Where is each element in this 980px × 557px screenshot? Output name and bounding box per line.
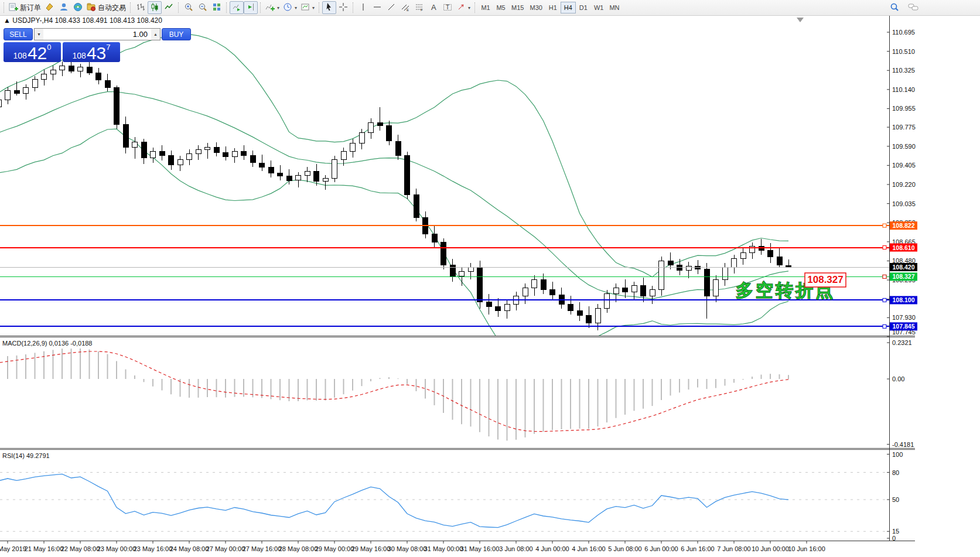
time-tick-label: 21 May 2019	[0, 545, 26, 552]
macd-tick-label: -0.4181	[892, 441, 914, 448]
rsi-tick-label: 15	[892, 528, 899, 535]
chart-shift-button[interactable]	[244, 1, 258, 14]
search-button[interactable]	[887, 1, 902, 14]
time-tick-label: 22 May 08:00	[61, 545, 100, 552]
time-tick-label: 29 May 16:00	[351, 545, 391, 552]
clock-icon	[283, 2, 292, 13]
price-tick-label: 109.035	[892, 200, 916, 207]
rsi-tick-label: 80	[892, 469, 899, 476]
auto-trading-label: 自动交易	[98, 3, 126, 13]
price-badge-label: 108.327	[893, 273, 915, 280]
arrows-button[interactable]: ▾	[455, 1, 472, 14]
time-tick-label: 23 May 16:00	[134, 545, 173, 552]
buy-price-box[interactable]: 108 43 7	[63, 42, 120, 62]
indicators-button[interactable]: ▾	[264, 1, 281, 14]
fibonacci-button[interactable]: F	[412, 1, 426, 14]
time-tick-label: 30 May 08:00	[388, 545, 427, 552]
sell-price-box[interactable]: 108 42 0	[4, 42, 61, 62]
profile-button[interactable]	[57, 1, 71, 14]
time-tick-label: 27 May 16:00	[243, 545, 282, 552]
timeframe-d1[interactable]: D1	[576, 2, 591, 13]
buy-button[interactable]: BUY	[162, 28, 191, 40]
candlestick-chart-button[interactable]	[148, 1, 162, 14]
auto-trading-button[interactable]: 自动交易	[85, 1, 128, 14]
volume-input[interactable]	[43, 29, 151, 40]
toolbar-separator	[178, 2, 179, 13]
chevron-down-icon: ▾	[295, 5, 297, 11]
price-tick-label: 110.140	[892, 86, 915, 93]
label-button[interactable]: T	[441, 1, 455, 14]
callout-anchor-square	[883, 275, 886, 278]
text-button[interactable]: A	[426, 1, 441, 14]
price-badge-label: 108.822	[893, 222, 915, 229]
line-chart-button[interactable]	[162, 1, 176, 14]
timeframe-m5[interactable]: M5	[493, 2, 508, 13]
buy-price-prefix: 108	[73, 50, 86, 61]
chart-canvas[interactable]: 110.695110.510110.325110.140109.955109.7…	[0, 0, 980, 557]
volume-stepper: ▼ ▲	[34, 28, 161, 40]
rsi-tick-label: 100	[892, 451, 903, 458]
new-order-button[interactable]: 新订单	[7, 1, 43, 14]
sell-button[interactable]: SELL	[4, 28, 33, 40]
ohlc-header: ▲ USDJPY-,H4 108.433 108.491 108.413 108…	[4, 16, 162, 25]
time-tick-label: 31 May 16:00	[460, 545, 500, 552]
auto-scroll-button[interactable]	[230, 1, 244, 14]
time-tick-label: 21 May 16:00	[25, 545, 64, 552]
text-label-icon: T	[443, 2, 452, 13]
timeframe-w1[interactable]: W1	[591, 2, 607, 13]
gold-badge-icon	[45, 2, 54, 13]
toolbar-separator	[130, 2, 131, 13]
person-icon	[59, 2, 69, 13]
timeframe-m15[interactable]: M15	[508, 2, 527, 13]
chat-button[interactable]	[906, 1, 920, 14]
cursor-button[interactable]	[322, 1, 336, 14]
templates-button[interactable]: ▾	[299, 1, 316, 14]
timeframe-h4[interactable]: H4	[561, 2, 576, 13]
timeframe-h1[interactable]: H1	[545, 2, 561, 13]
rsi-tick-label: 0	[892, 535, 896, 542]
zoom-in-button[interactable]	[182, 1, 196, 14]
zoom-out-icon	[198, 2, 207, 13]
sell-price-sup: 0	[47, 43, 51, 52]
time-tick-label: 6 Jun 00:00	[644, 545, 678, 552]
zoom-out-button[interactable]	[196, 1, 210, 14]
timeframe-mn[interactable]: MN	[606, 2, 622, 13]
toolbar-separator	[319, 2, 320, 13]
rsi-tick-label: 50	[892, 496, 899, 503]
time-tick-label: 6 Jun 16:00	[681, 545, 715, 552]
timeframe-m1[interactable]: M1	[478, 2, 493, 13]
volume-up-button[interactable]: ▲	[151, 29, 160, 40]
sell-price-big: 42	[28, 45, 47, 61]
horizontal-line-button[interactable]	[370, 1, 384, 14]
tile-windows-button[interactable]	[210, 1, 224, 14]
time-tick-label: 10 Jun 00:00	[752, 545, 789, 552]
time-tick-label: 24 May 08:00	[170, 545, 209, 552]
metaquotes-button[interactable]	[43, 1, 57, 14]
svg-text:A: A	[431, 3, 436, 12]
trendline-button[interactable]	[384, 1, 398, 14]
rsi-label: RSI(14) 49.2791	[2, 452, 50, 459]
globe-signal-icon	[73, 2, 83, 13]
vertical-line-button[interactable]	[356, 1, 370, 14]
toolbar-separator	[226, 2, 227, 13]
signal-button[interactable]	[71, 1, 85, 14]
crosshair-button[interactable]	[336, 1, 350, 14]
bar-chart-icon	[136, 2, 145, 13]
volume-down-button[interactable]: ▼	[35, 29, 43, 40]
time-tick-label: 28 May 08:00	[279, 545, 318, 552]
line-chart-icon	[164, 2, 173, 13]
time-tick-label: 4 Jun 16:00	[572, 545, 606, 552]
price-tick-label: 110.695	[892, 29, 915, 36]
price-badge-label: 108.610	[893, 244, 915, 251]
timeframe-m30[interactable]: M30	[527, 2, 545, 13]
periods-button[interactable]: ▾	[281, 1, 299, 14]
chat-icon	[908, 2, 918, 13]
fibonacci-icon: F	[415, 2, 424, 13]
time-tick-label: 4 Jun 00:00	[535, 545, 569, 552]
channel-button[interactable]: E	[398, 1, 412, 14]
svg-text:T: T	[446, 4, 449, 11]
price-badge-label: 108.420	[893, 264, 915, 271]
time-tick-label: 5 Jun 08:00	[608, 545, 642, 552]
macd-tick-label: 0.2321	[892, 339, 912, 346]
bar-chart-button[interactable]	[134, 1, 148, 14]
